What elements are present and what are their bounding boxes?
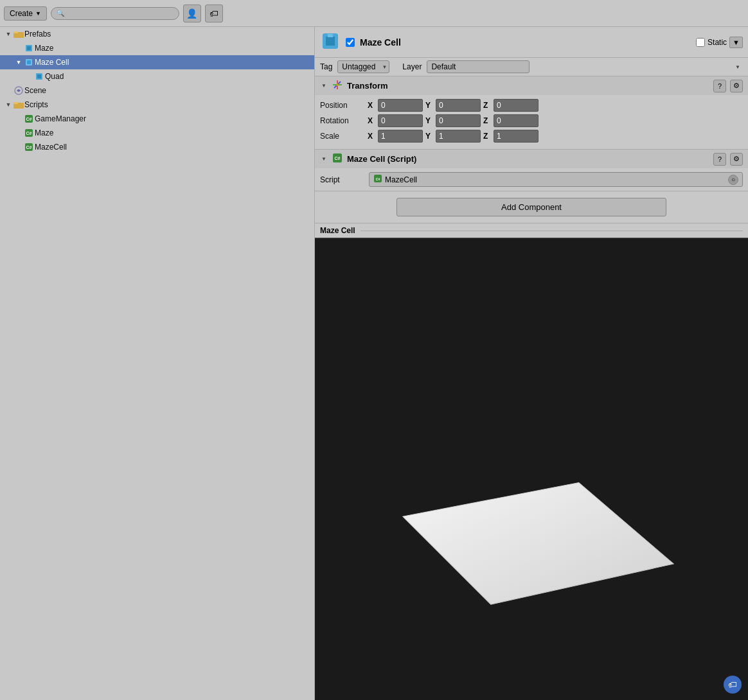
svg-rect-3 <box>27 46 31 50</box>
go-enabled-checkbox-wrapper <box>346 38 355 47</box>
preview-title: Maze Cell <box>320 226 355 235</box>
position-row: Position X Y Z <box>320 99 743 112</box>
tag-icon: 🏷 <box>728 679 737 690</box>
go-enabled-checkbox[interactable] <box>346 38 355 47</box>
csharp-icon-mazecell: C# <box>23 143 35 152</box>
tree-item-maze-cell[interactable]: Maze Cell <box>0 55 314 69</box>
search-input[interactable] <box>64 10 167 17</box>
scene-icon <box>13 86 24 95</box>
create-label: Create <box>10 9 33 18</box>
tree-item-maze[interactable]: Maze <box>0 41 314 55</box>
account-button[interactable]: 👤 <box>183 4 201 22</box>
preview-header: Maze Cell <box>315 223 748 238</box>
scale-y-label: Y <box>425 132 433 141</box>
add-component-button[interactable]: Add Component <box>396 198 666 216</box>
cube-icon-quad <box>33 72 45 81</box>
scale-row: Scale X Y Z <box>320 130 743 143</box>
rotation-x-input[interactable] <box>378 114 423 127</box>
tree-label-scene: Scene <box>24 85 46 96</box>
transform-body: Position X Y Z Rotation X <box>315 95 748 149</box>
tag-label: Tag <box>320 62 332 71</box>
scale-z-input[interactable] <box>494 130 539 143</box>
tree-label-quad: Quad <box>45 71 64 82</box>
scale-x-label: X <box>368 132 375 141</box>
arrow-scripts <box>4 100 13 109</box>
static-section: Static ▼ <box>696 37 743 48</box>
right-panel: Maze Cell Static ▼ Tag Untagged Layer De… <box>315 27 748 700</box>
tree-item-prefabs[interactable]: Prefabs <box>0 27 314 41</box>
tag-select-wrapper: Untagged <box>337 60 389 73</box>
position-x-input[interactable] <box>378 99 423 112</box>
folder-icon-scripts <box>13 100 24 109</box>
layer-select[interactable]: Default <box>427 60 530 73</box>
target-icon: ○ <box>731 176 735 183</box>
transform-header[interactable]: ▼ Transform ? ⚙ <box>315 76 748 95</box>
script-field-label: Script <box>320 175 364 184</box>
rotation-y-label: Y <box>425 116 433 125</box>
position-z-label: Z <box>483 101 491 110</box>
scale-z-label: Z <box>483 132 491 141</box>
static-checkbox[interactable] <box>696 38 705 47</box>
tree-label-scripts: Scripts <box>24 99 48 110</box>
rotation-y-input[interactable] <box>436 114 481 127</box>
preview-divider <box>361 231 743 231</box>
preview-bottom-icon[interactable]: 🏷 <box>724 676 742 694</box>
settings-button[interactable]: 🏷 <box>205 4 223 22</box>
position-z-input[interactable] <box>494 99 539 112</box>
transform-help-button[interactable]: ? <box>713 80 726 92</box>
scale-label: Scale <box>320 132 364 141</box>
rotation-z-input[interactable] <box>494 114 539 127</box>
position-y-input[interactable] <box>436 99 481 112</box>
settings-icon: 🏷 <box>209 8 218 19</box>
folder-icon-prefabs <box>13 30 24 39</box>
svg-text:C#: C# <box>376 177 380 181</box>
csharp-icon-maze: C# <box>23 128 35 137</box>
maze-cell-script-icon: C# <box>332 152 343 166</box>
rotation-xyz: X Y Z <box>368 114 743 127</box>
transform-title: Transform <box>347 81 709 91</box>
go-cube-icon <box>320 31 341 53</box>
svg-text:C#: C# <box>26 145 32 150</box>
rotation-z-label: Z <box>483 116 491 125</box>
search-icon: 🔍 <box>57 10 64 17</box>
tree-label-gamemanager: GameManager <box>35 113 86 125</box>
arrow-prefabs <box>4 30 13 39</box>
maze-cell-script-settings-button[interactable]: ⚙ <box>730 153 743 166</box>
left-panel: Prefabs Maze Maze Cell <box>0 27 315 700</box>
preview-canvas: 🏷 <box>315 238 748 700</box>
scale-x-input[interactable] <box>378 130 423 143</box>
static-label: Static <box>708 38 727 47</box>
tree-item-quad[interactable]: Quad <box>0 69 314 83</box>
cube-icon-maze-cell <box>23 58 35 67</box>
svg-text:C#: C# <box>26 131 32 136</box>
create-button[interactable]: Create ▼ <box>4 6 47 21</box>
svg-rect-7 <box>37 74 41 78</box>
tree-item-mazecell-script[interactable]: C# MazeCell <box>0 140 314 154</box>
tree-item-scripts[interactable]: Scripts <box>0 98 314 112</box>
toolbar: Create ▼ 🔍 👤 🏷 <box>0 0 748 27</box>
maze-cell-script-header[interactable]: ▼ C# Maze Cell (Script) ? ⚙ <box>315 150 748 168</box>
maze-cell-script-help-button[interactable]: ? <box>713 153 726 166</box>
tag-select[interactable]: Untagged <box>337 60 389 73</box>
scale-y-input[interactable] <box>436 130 481 143</box>
svg-rect-18 <box>326 37 335 46</box>
script-target-button[interactable]: ○ <box>728 175 738 185</box>
maze-cell-script-title: Maze Cell (Script) <box>347 154 709 164</box>
tree-item-maze-script[interactable]: C# Maze <box>0 126 314 140</box>
tree-label-maze-script: Maze <box>35 127 53 139</box>
svg-rect-19 <box>328 34 333 37</box>
csharp-icon-gamemanager: C# <box>23 114 35 123</box>
layer-select-wrapper: Default <box>427 60 743 73</box>
tree-label-prefabs: Prefabs <box>24 28 51 40</box>
svg-text:C#: C# <box>26 117 32 121</box>
script-field-row: Script C# MazeCell ○ <box>315 168 748 191</box>
static-dropdown-button[interactable]: ▼ <box>729 37 743 48</box>
create-dropdown-arrow: ▼ <box>35 10 41 17</box>
transform-settings-button[interactable]: ⚙ <box>730 80 743 92</box>
inspector-header: Maze Cell Static ▼ <box>315 27 748 58</box>
tree-item-gamemanager[interactable]: C# GameManager <box>0 112 314 126</box>
rotation-label: Rotation <box>320 116 364 125</box>
tree-item-scene[interactable]: Scene <box>0 83 314 98</box>
search-box: 🔍 <box>51 7 179 20</box>
main-layout: Prefabs Maze Maze Cell <box>0 27 748 700</box>
